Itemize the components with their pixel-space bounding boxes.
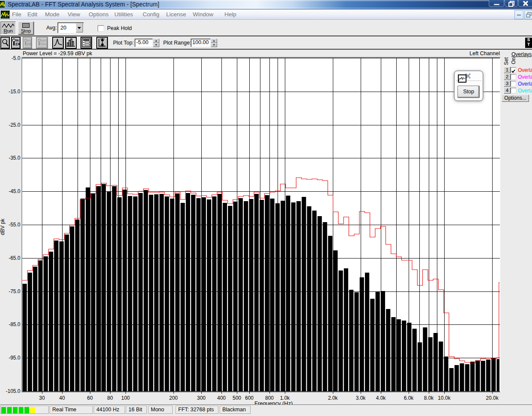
svg-text:400: 400 [217,395,226,401]
svg-text:dBV pk: dBV pk [0,218,6,235]
svg-text:-65.0: -65.0 [9,255,21,261]
svg-text:OUT: OUT [41,39,46,42]
svg-text:4.0k: 4.0k [376,395,386,401]
svg-text:2X: 2X [27,42,31,46]
svg-text:10.0k: 10.0k [438,395,451,401]
svg-text:2.0k: 2.0k [328,395,338,401]
svg-text:6.0k: 6.0k [404,395,414,401]
svg-text:-75.0: -75.0 [9,288,21,294]
svg-text:3.0k: 3.0k [356,395,366,401]
svg-text:200: 200 [169,395,178,401]
svg-text:300: 300 [197,395,206,401]
svg-text:-95.0: -95.0 [9,355,21,361]
svg-text:30: 30 [39,395,45,401]
svg-text:-25.0: -25.0 [9,122,21,128]
svg-text:Power Level = -29.59 dBV pk: Power Level = -29.59 dBV pk [23,51,93,56]
svg-text:FULL: FULL [41,43,47,45]
svg-text:-55.0: -55.0 [9,222,21,228]
svg-text:-35.0: -35.0 [9,155,21,161]
svg-text:20.0k: 20.0k [486,395,499,401]
svg-text:-105.0: -105.0 [6,388,20,394]
svg-text:600: 600 [245,395,254,401]
svg-text:-85.0: -85.0 [9,321,21,327]
svg-text:-5.0: -5.0 [12,55,21,61]
svg-text:80: 80 [107,395,113,401]
svg-text:40: 40 [59,395,65,401]
svg-text:-45.0: -45.0 [9,188,21,194]
svg-text:8.0k: 8.0k [424,395,434,401]
svg-text:Left Channel: Left Channel [469,51,500,56]
svg-text:60: 60 [87,395,93,401]
svg-text:OUT: OUT [27,39,32,42]
svg-text:500: 500 [233,395,241,401]
svg-text:100: 100 [121,395,130,401]
svg-text:2X: 2X [15,42,21,46]
svg-text:-15.0: -15.0 [9,89,21,95]
